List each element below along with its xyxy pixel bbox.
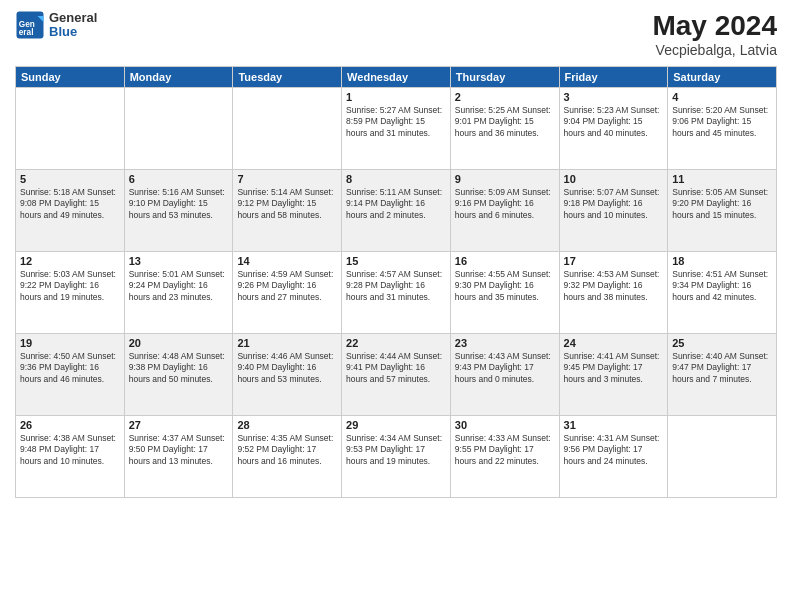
- calendar-cell: 12Sunrise: 5:03 AM Sunset: 9:22 PM Dayli…: [16, 252, 125, 334]
- calendar-week-0: 1Sunrise: 5:27 AM Sunset: 8:59 PM Daylig…: [16, 88, 777, 170]
- day-detail: Sunrise: 4:59 AM Sunset: 9:26 PM Dayligh…: [237, 269, 337, 303]
- day-detail: Sunrise: 4:35 AM Sunset: 9:52 PM Dayligh…: [237, 433, 337, 467]
- day-detail: Sunrise: 4:57 AM Sunset: 9:28 PM Dayligh…: [346, 269, 446, 303]
- day-detail: Sunrise: 4:50 AM Sunset: 9:36 PM Dayligh…: [20, 351, 120, 385]
- day-detail: Sunrise: 5:27 AM Sunset: 8:59 PM Dayligh…: [346, 105, 446, 139]
- day-number: 8: [346, 173, 446, 185]
- calendar-cell: 24Sunrise: 4:41 AM Sunset: 9:45 PM Dayli…: [559, 334, 668, 416]
- calendar-cell: 26Sunrise: 4:38 AM Sunset: 9:48 PM Dayli…: [16, 416, 125, 498]
- day-number: 2: [455, 91, 555, 103]
- calendar-cell: 3Sunrise: 5:23 AM Sunset: 9:04 PM Daylig…: [559, 88, 668, 170]
- day-detail: Sunrise: 4:41 AM Sunset: 9:45 PM Dayligh…: [564, 351, 664, 385]
- calendar-cell: 6Sunrise: 5:16 AM Sunset: 9:10 PM Daylig…: [124, 170, 233, 252]
- col-friday: Friday: [559, 67, 668, 88]
- day-detail: Sunrise: 5:23 AM Sunset: 9:04 PM Dayligh…: [564, 105, 664, 139]
- calendar-cell: 16Sunrise: 4:55 AM Sunset: 9:30 PM Dayli…: [450, 252, 559, 334]
- day-number: 27: [129, 419, 229, 431]
- calendar-cell: 29Sunrise: 4:34 AM Sunset: 9:53 PM Dayli…: [342, 416, 451, 498]
- day-detail: Sunrise: 5:03 AM Sunset: 9:22 PM Dayligh…: [20, 269, 120, 303]
- day-number: 25: [672, 337, 772, 349]
- title-month: May 2024: [652, 10, 777, 42]
- calendar-cell: 28Sunrise: 4:35 AM Sunset: 9:52 PM Dayli…: [233, 416, 342, 498]
- day-detail: Sunrise: 4:40 AM Sunset: 9:47 PM Dayligh…: [672, 351, 772, 385]
- day-number: 19: [20, 337, 120, 349]
- col-monday: Monday: [124, 67, 233, 88]
- calendar-week-2: 12Sunrise: 5:03 AM Sunset: 9:22 PM Dayli…: [16, 252, 777, 334]
- day-number: 31: [564, 419, 664, 431]
- calendar-cell: 1Sunrise: 5:27 AM Sunset: 8:59 PM Daylig…: [342, 88, 451, 170]
- day-number: 4: [672, 91, 772, 103]
- day-detail: Sunrise: 4:55 AM Sunset: 9:30 PM Dayligh…: [455, 269, 555, 303]
- day-number: 26: [20, 419, 120, 431]
- calendar-cell: 21Sunrise: 4:46 AM Sunset: 9:40 PM Dayli…: [233, 334, 342, 416]
- day-detail: Sunrise: 4:53 AM Sunset: 9:32 PM Dayligh…: [564, 269, 664, 303]
- calendar-cell: 2Sunrise: 5:25 AM Sunset: 9:01 PM Daylig…: [450, 88, 559, 170]
- logo: Gen eral General Blue: [15, 10, 97, 40]
- day-number: 5: [20, 173, 120, 185]
- day-detail: Sunrise: 4:48 AM Sunset: 9:38 PM Dayligh…: [129, 351, 229, 385]
- day-number: 30: [455, 419, 555, 431]
- col-sunday: Sunday: [16, 67, 125, 88]
- day-number: 7: [237, 173, 337, 185]
- calendar-cell: 30Sunrise: 4:33 AM Sunset: 9:55 PM Dayli…: [450, 416, 559, 498]
- calendar-cell: 5Sunrise: 5:18 AM Sunset: 9:08 PM Daylig…: [16, 170, 125, 252]
- logo-blue: Blue: [49, 25, 97, 39]
- day-detail: Sunrise: 5:16 AM Sunset: 9:10 PM Dayligh…: [129, 187, 229, 221]
- day-number: 12: [20, 255, 120, 267]
- calendar-cell: 8Sunrise: 5:11 AM Sunset: 9:14 PM Daylig…: [342, 170, 451, 252]
- day-detail: Sunrise: 5:25 AM Sunset: 9:01 PM Dayligh…: [455, 105, 555, 139]
- day-detail: Sunrise: 5:18 AM Sunset: 9:08 PM Dayligh…: [20, 187, 120, 221]
- logo-icon: Gen eral: [15, 10, 45, 40]
- day-detail: Sunrise: 5:20 AM Sunset: 9:06 PM Dayligh…: [672, 105, 772, 139]
- calendar-cell: 22Sunrise: 4:44 AM Sunset: 9:41 PM Dayli…: [342, 334, 451, 416]
- calendar-cell: [124, 88, 233, 170]
- day-detail: Sunrise: 4:34 AM Sunset: 9:53 PM Dayligh…: [346, 433, 446, 467]
- calendar-cell: 25Sunrise: 4:40 AM Sunset: 9:47 PM Dayli…: [668, 334, 777, 416]
- day-detail: Sunrise: 5:11 AM Sunset: 9:14 PM Dayligh…: [346, 187, 446, 221]
- calendar-cell: 10Sunrise: 5:07 AM Sunset: 9:18 PM Dayli…: [559, 170, 668, 252]
- header-row: Sunday Monday Tuesday Wednesday Thursday…: [16, 67, 777, 88]
- day-detail: Sunrise: 4:51 AM Sunset: 9:34 PM Dayligh…: [672, 269, 772, 303]
- day-number: 23: [455, 337, 555, 349]
- calendar-cell: [16, 88, 125, 170]
- day-number: 21: [237, 337, 337, 349]
- day-detail: Sunrise: 4:38 AM Sunset: 9:48 PM Dayligh…: [20, 433, 120, 467]
- day-number: 6: [129, 173, 229, 185]
- calendar-cell: 14Sunrise: 4:59 AM Sunset: 9:26 PM Dayli…: [233, 252, 342, 334]
- day-number: 17: [564, 255, 664, 267]
- day-number: 28: [237, 419, 337, 431]
- col-thursday: Thursday: [450, 67, 559, 88]
- day-number: 29: [346, 419, 446, 431]
- day-number: 1: [346, 91, 446, 103]
- calendar-cell: 18Sunrise: 4:51 AM Sunset: 9:34 PM Dayli…: [668, 252, 777, 334]
- day-number: 18: [672, 255, 772, 267]
- calendar-week-4: 26Sunrise: 4:38 AM Sunset: 9:48 PM Dayli…: [16, 416, 777, 498]
- day-detail: Sunrise: 5:14 AM Sunset: 9:12 PM Dayligh…: [237, 187, 337, 221]
- calendar-cell: 20Sunrise: 4:48 AM Sunset: 9:38 PM Dayli…: [124, 334, 233, 416]
- logo-general: General: [49, 11, 97, 25]
- col-saturday: Saturday: [668, 67, 777, 88]
- day-detail: Sunrise: 4:43 AM Sunset: 9:43 PM Dayligh…: [455, 351, 555, 385]
- calendar-week-1: 5Sunrise: 5:18 AM Sunset: 9:08 PM Daylig…: [16, 170, 777, 252]
- calendar-cell: 13Sunrise: 5:01 AM Sunset: 9:24 PM Dayli…: [124, 252, 233, 334]
- day-detail: Sunrise: 5:07 AM Sunset: 9:18 PM Dayligh…: [564, 187, 664, 221]
- svg-text:eral: eral: [19, 28, 34, 37]
- calendar-week-3: 19Sunrise: 4:50 AM Sunset: 9:36 PM Dayli…: [16, 334, 777, 416]
- calendar-cell: 17Sunrise: 4:53 AM Sunset: 9:32 PM Dayli…: [559, 252, 668, 334]
- calendar-cell: 15Sunrise: 4:57 AM Sunset: 9:28 PM Dayli…: [342, 252, 451, 334]
- calendar-cell: 7Sunrise: 5:14 AM Sunset: 9:12 PM Daylig…: [233, 170, 342, 252]
- day-detail: Sunrise: 4:33 AM Sunset: 9:55 PM Dayligh…: [455, 433, 555, 467]
- calendar-cell: 9Sunrise: 5:09 AM Sunset: 9:16 PM Daylig…: [450, 170, 559, 252]
- page: Gen eral General Blue May 2024 Vecpiebal…: [0, 0, 792, 612]
- day-number: 9: [455, 173, 555, 185]
- day-number: 22: [346, 337, 446, 349]
- day-number: 16: [455, 255, 555, 267]
- calendar-cell: 4Sunrise: 5:20 AM Sunset: 9:06 PM Daylig…: [668, 88, 777, 170]
- day-number: 24: [564, 337, 664, 349]
- day-number: 13: [129, 255, 229, 267]
- calendar-cell: 31Sunrise: 4:31 AM Sunset: 9:56 PM Dayli…: [559, 416, 668, 498]
- day-number: 14: [237, 255, 337, 267]
- calendar-cell: 11Sunrise: 5:05 AM Sunset: 9:20 PM Dayli…: [668, 170, 777, 252]
- title-location: Vecpiebalga, Latvia: [652, 42, 777, 58]
- day-detail: Sunrise: 5:01 AM Sunset: 9:24 PM Dayligh…: [129, 269, 229, 303]
